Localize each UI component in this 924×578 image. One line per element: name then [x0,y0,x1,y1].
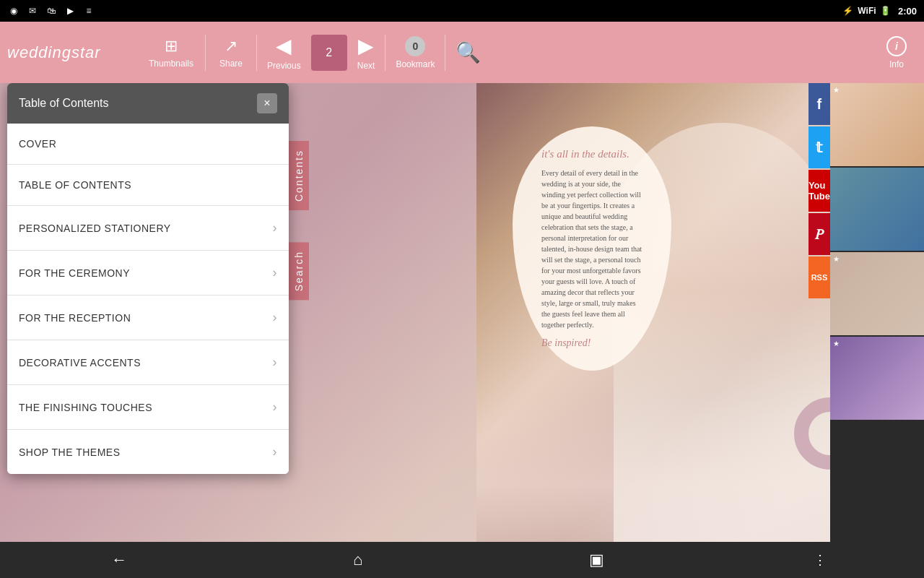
toc-item-themes-label: SHOP THE THEMES [19,447,121,458]
toc-modal: Table of Contents × COVER TABLE OF CONTE… [7,83,289,474]
pinterest-button[interactable]: 𝑃 [808,213,830,255]
info-label: Info [889,59,904,69]
home-icon: ⌂ [353,551,362,569]
circle-icon: ◉ [7,4,20,17]
home-button[interactable]: ⌂ [336,545,380,574]
share-icon: ↗ [225,37,237,56]
bookmark-count: 0 [405,36,425,56]
twitter-button[interactable]: 𝕥 [808,126,830,168]
toc-item-finishing[interactable]: THE FINISHING TOUCHES › [7,385,289,430]
thumb-star-4: ★ [833,340,840,348]
info-button[interactable]: i Info [876,30,917,75]
previous-label: Previous [267,61,301,71]
pinterest-icon: 𝑃 [815,226,824,243]
search-icon: 🔍 [456,40,481,64]
toc-item-finishing-label: THE FINISHING TOUCHES [19,402,152,413]
status-bar-right: ⚡ WiFi 🔋 2:00 [842,4,917,17]
toc-title: Table of Contents [19,97,109,110]
prev-arrow-icon: ◀ [276,34,292,58]
search-tab[interactable]: Search [289,242,309,300]
toc-arrow-themes: › [273,444,278,460]
brand-logo: weddingstar [7,43,123,62]
rss-button[interactable]: RSS [808,256,830,298]
wifi-icon: WiFi [860,4,873,17]
toc-arrow-accents: › [273,355,278,370]
back-button[interactable]: ← [97,545,141,574]
toc-arrow-stationery: › [273,220,278,236]
recents-icon: ▣ [589,551,604,569]
toc-header: Table of Contents × [7,83,289,124]
previous-button[interactable]: ◀ Previous [257,28,311,77]
youtube-button[interactable]: YouTube [808,170,830,212]
thumb-star-1: ★ [833,86,840,94]
toc-close-button[interactable]: × [257,93,277,113]
top-nav: weddingstar ⊞ Thumbnails ↗ Share ◀ Previ… [0,22,924,83]
thumbnails-icon: ⊞ [165,37,178,56]
toc-item-reception-label: FOR THE RECEPTION [19,312,131,324]
thumbnail-3[interactable]: ★ [830,252,924,335]
mail-icon: ✉ [26,4,39,17]
toc-arrow-finishing: › [273,400,278,415]
thumbnails-label: Thumbnails [149,59,193,69]
thumbnail-strip: ★ ★ ★ [830,83,924,542]
toc-list: COVER TABLE OF CONTENTS PERSONALIZED STA… [7,124,289,474]
toc-item-contents-label: TABLE OF CONTENTS [19,179,131,191]
toc-item-themes[interactable]: SHOP THE THEMES › [7,430,289,474]
toc-item-ceremony-label: FOR THE CEREMONY [19,267,130,279]
toc-item-contents[interactable]: TABLE OF CONTENTS [7,165,289,206]
rss-icon: RSS [811,273,828,282]
contents-tab[interactable]: Contents [289,141,309,210]
menu-icon: ⋮ [814,552,827,568]
toc-item-stationery[interactable]: PERSONALIZED STATIONERY › [7,206,289,251]
share-label: Share [219,59,243,69]
twitter-icon: 𝕥 [816,139,822,156]
menu-button[interactable]: ⋮ [814,552,827,568]
clock: 2:00 [898,6,917,17]
main-content: it's all in the details. Every detail of… [0,83,924,542]
share-button[interactable]: ↗ Share [206,31,256,74]
social-sidebar: f 𝕥 YouTube 𝑃 RSS [808,83,830,298]
thumbnails-button[interactable]: ⊞ Thumbnails [137,31,205,74]
page-number-input[interactable] [311,35,347,71]
facebook-button[interactable]: f [808,83,830,125]
toc-item-accents[interactable]: DECORATIVE ACCENTS › [7,340,289,385]
bottom-nav: ← ⌂ ▣ ⋮ [0,542,924,578]
youtube-icon: YouTube [808,180,830,202]
toc-arrow-reception: › [273,310,278,325]
battery-icon: 🔋 [879,4,892,17]
thumbnail-2[interactable] [830,168,924,251]
magazine-heading: it's all in the details. [541,148,642,160]
toc-arrow-ceremony: › [273,265,278,280]
next-arrow-icon: ▶ [358,34,374,58]
bag-icon: 🛍 [45,4,58,17]
recents-button[interactable]: ▣ [575,545,618,574]
back-icon: ← [111,551,127,569]
toc-item-cover[interactable]: COVER [7,124,289,165]
toc-item-ceremony[interactable]: FOR THE CEREMONY › [7,251,289,296]
toc-item-reception[interactable]: FOR THE RECEPTION › [7,296,289,340]
bookmark-label: Bookmark [396,59,435,69]
toc-item-accents-label: DECORATIVE ACCENTS [19,357,141,368]
search-button[interactable]: 🔍 [445,35,491,70]
thumb-star-3: ★ [833,255,840,263]
bars-icon: ≡ [82,4,95,17]
status-bar: ◉ ✉ 🛍 ▶ ≡ ⚡ WiFi 🔋 2:00 [0,0,924,22]
status-bar-left: ◉ ✉ 🛍 ▶ ≡ [7,4,95,17]
next-button[interactable]: ▶ Next [347,28,385,77]
toc-item-stationery-label: PERSONALIZED STATIONERY [19,223,171,234]
thumbnail-1[interactable]: ★ [830,83,924,166]
magazine-body: Every detail of every detail in the wedd… [541,168,642,330]
toc-item-cover-label: COVER [19,138,56,150]
bluetooth-icon: ⚡ [842,4,855,17]
info-icon: i [886,36,907,56]
thumbnail-4[interactable]: ★ [830,337,924,420]
next-label: Next [357,61,375,71]
facebook-icon: f [817,96,822,113]
page-nav: ◀ Previous ▶ Next [257,28,385,77]
magazine-script: Be inspired! [541,337,642,349]
play-icon: ▶ [64,4,77,17]
bookmark-button[interactable]: 0 Bookmark [385,30,445,75]
